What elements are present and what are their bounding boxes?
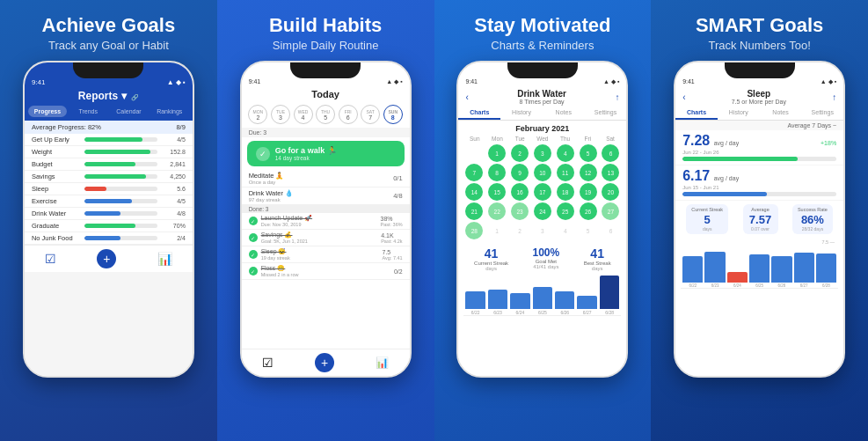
p2-day-thu: THU5 [316,105,335,124]
back-button[interactable]: ‹ [682,92,685,102]
chart-icon[interactable]: 📊 [376,356,389,369]
p1-tab-progress[interactable]: Progress [28,106,67,117]
panel-4-title: SMART Goals [696,14,823,37]
p1-header: Reports ▾ 🔗 [25,88,193,106]
p3-tab-charts[interactable]: Charts [458,107,500,120]
p2-day-tue: TUE3 [271,105,290,124]
p4-tabs: Charts History Notes Settings [675,107,843,121]
panel-motivated: Stay Motivated Charts & Reminders 9:41 ▲… [434,0,652,441]
p3-stats: 41 Current Streak days 100% Goal Met 41/… [458,243,626,273]
p1-tabs: Progress Trends Calendar Rankings [25,106,193,121]
table-row: Get Up Early 4/5 [25,134,193,146]
p2-habit-water: Drink Water 💧 97 day streak 4/8 [242,187,410,205]
p3-stat-current-streak: 41 Current Streak days [474,246,508,271]
p2-day-sun: SUN8 [383,105,403,124]
p4-tab-charts[interactable]: Charts [675,107,718,120]
p1-content: Average Progress: 82% 8/9 Get Up Early 4… [25,121,193,245]
p3-calendar: February 2021 SunMonTueWedThuFriSat 1 2 … [458,121,626,243]
panel-3-title: Stay Motivated [474,14,610,37]
p3-tabs: Charts History Notes Settings [458,107,626,121]
p3-tab-notes[interactable]: Notes [543,107,585,120]
phone-2-notch [290,62,361,78]
back-button[interactable]: ‹ [465,92,468,102]
p4-stat2-current-streak: Current Streak 5 days [686,204,728,234]
phone-2: 9:41 ▲ ◆ ▪ Today MON2 TUE3 WED4 THU5 FRI… [240,61,412,378]
p2-done-label: Done: 3 [242,205,410,213]
table-row: Exercise 4/5 [25,195,193,208]
panel-1-title: Achieve Goals [42,14,176,37]
panel-smart: SMART Goals Track Numbers Too! 9:41 ▲ ◆ … [651,0,868,441]
add-button[interactable]: + [315,353,334,372]
p2-habit-meditate: Meditate 🧘 Once a day 0/1 [242,170,410,187]
p1-footer: ☑ + 📊 [25,245,193,272]
p2-day-sat: SAT7 [361,105,380,124]
phone-3-notch [507,62,578,78]
p4-metric-2: 6.17 avg / day Jun 15 - Jun 21 [675,165,843,201]
phone-3-screen: 9:41 ▲ ◆ ▪ ‹ Drink Water 8 Times per Day… [458,62,626,376]
phone-4-notch [725,62,795,78]
p2-done-savings: ✓ Savings 💰 Goal: 5K, Jun 1, 2021 4.1K P… [242,230,410,246]
table-row: Sleep 5.6 [25,183,193,195]
share-button[interactable]: ↑ [832,92,836,102]
panel-4-subtitle: Track Numbers Too! [708,39,810,52]
p2-footer: ☑ + 📊 [242,349,410,376]
p4-stats2: Current Streak 5 days Average 7.57 0.07 … [675,201,843,238]
p3-chart: 6/22 6/23 6/24 6/25 6/26 6/27 6/28 [463,276,621,316]
checkmark-icon[interactable]: ☑ [262,356,274,370]
panel-2-title: Build Habits [269,14,382,37]
p4-header: ‹ Sleep 7.5 or More per Day ↑ [675,87,843,107]
p3-stat-goal-met: 100% Goal Met 41/41 days [533,246,560,271]
phone-4-screen: 9:41 ▲ ◆ ▪ ‹ Sleep 7.5 or More per Day ↑… [675,62,843,376]
p4-metric-1: 7.28 avg / day +18% Jun 22 - Jun 26 [675,130,843,165]
p2-done-floss: ✓ Floss 😁 Missed 2 in a row 0/2 [242,263,410,280]
p4-tab-history[interactable]: History [718,107,760,120]
phone-4: 9:41 ▲ ◆ ▪ ‹ Sleep 7.5 or More per Day ↑… [674,61,845,378]
p4-tab-notes[interactable]: Notes [760,107,802,120]
p3-cal-dow: SunMonTueWedThuFriSat [462,135,623,143]
chart-icon[interactable]: 📊 [157,252,172,266]
panel-2-subtitle: Simple Daily Routine [273,39,379,52]
p2-check-icon[interactable]: ✓ [256,147,270,161]
p2-day-wed: WED4 [294,105,313,124]
p2-day-mon: MON2 [248,105,267,124]
p4-stat2-average: Average 7.57 0.07 over [743,204,778,234]
checkmark-icon[interactable]: ☑ [45,252,56,266]
p1-tab-calendar[interactable]: Calendar [109,106,148,117]
p4-stat2-success-rate: Success Rate 86% 28/32 days [792,204,833,234]
p3-header: ‹ Drink Water 8 Times per Day ↑ [458,87,626,107]
panel-habits: Build Habits Simple Daily Routine 9:41 ▲… [217,0,434,441]
panel-1-subtitle: Track any Goal or Habit [48,39,169,52]
p4-tab-settings[interactable]: Settings [801,107,843,120]
phone-2-screen: 9:41 ▲ ◆ ▪ Today MON2 TUE3 WED4 THU5 FRI… [242,62,410,376]
add-button[interactable]: + [97,249,116,268]
p2-due-label: Due: 3 [242,128,410,137]
p3-chart-area: 6/22 6/23 6/24 6/25 6/26 6/27 6/28 [458,275,626,316]
p3-tab-history[interactable]: History [500,107,543,120]
p4-chart: 6/22 6/23 6/24 6/25 6/26 6/27 6/28 [681,245,838,289]
panel-achieve: Achieve Goals Track any Goal or Habit 9:… [0,0,217,441]
panel-3-subtitle: Charts & Reminders [491,39,594,52]
p3-cal-header: February 2021 [462,122,623,135]
p3-tab-settings[interactable]: Settings [585,107,627,120]
table-row: No Junk Food 2/4 [25,232,193,245]
p2-days: MON2 TUE3 WED4 THU5 FRI6 SAT7 SUN8 [242,101,410,128]
phone-1-screen: 9:41 ▲ ◆ ▪ Reports ▾ 🔗 Progress Trends C… [25,62,193,376]
phone-3: 9:41 ▲ ◆ ▪ ‹ Drink Water 8 Times per Day… [456,61,628,378]
phone-1-notch [73,62,143,78]
phone-1: 9:41 ▲ ◆ ▪ Reports ▾ 🔗 Progress Trends C… [23,61,194,378]
p2-done-sleep: ✓ Sleep 😴 19 day streak 7.5 Avg: 7.41 [242,246,410,263]
p2-header: Today [242,87,410,101]
p1-summary: Average Progress: 82% 8/9 [25,121,193,134]
p2-day-fri: FRI6 [339,105,358,124]
p4-chart-area: 7.5 — 6/22 6/23 6/24 6/25 6/26 6/27 6/28 [675,238,843,289]
p4-avg-label: Average 7 Days ~ [675,121,843,130]
p3-stat-best-streak: 41 Best Streak days [584,246,611,271]
table-row: Graduate 70% [25,220,193,232]
p1-tab-rankings[interactable]: Rankings [150,106,189,117]
p2-done-launch: ✓ Launch Update 🚀 Due: Nov 30, 2019 38% … [242,213,410,230]
share-button[interactable]: ↑ [615,92,619,102]
table-row: Savings 4,250 [25,171,193,183]
p2-main-task[interactable]: ✓ Go for a walk 🏃 14 day streak [247,141,405,166]
p1-tab-trends[interactable]: Trends [69,106,107,117]
table-row: Drink Water 4/8 [25,208,193,220]
